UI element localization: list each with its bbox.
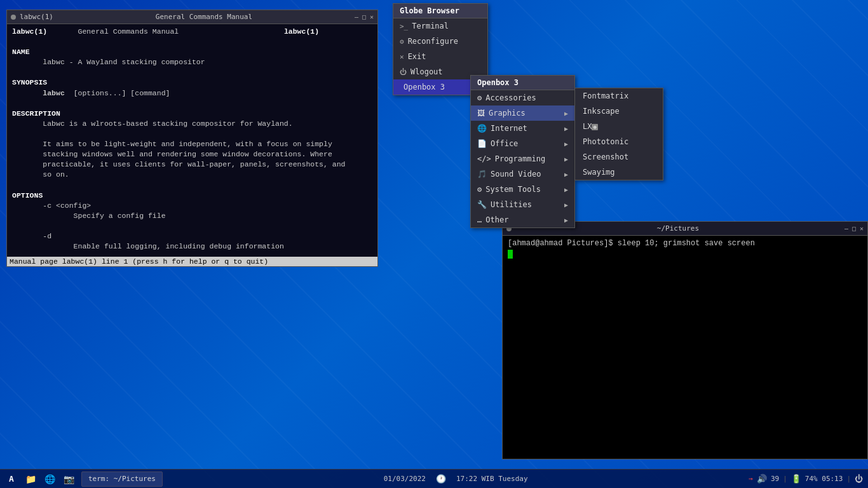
cat-internet[interactable]: 🌐 Internet ▶ bbox=[471, 121, 574, 136]
openbox3-categories-menu: Openbox 3 ⚙ Accessories 🖼 Graphics ▶ 🌐 I… bbox=[470, 75, 575, 228]
cat-utilities-left: 🔧 Utilities bbox=[477, 200, 532, 209]
other-icon: … bbox=[477, 215, 482, 224]
terminal-man-status: Manual page labwc(1) line 1 (press h for… bbox=[7, 257, 377, 266]
cat-sound-video-left: 🎵 Sound Video bbox=[477, 170, 541, 179]
graphics-phototonic-label: Phototonic bbox=[583, 137, 628, 146]
cat-other-label: Other bbox=[485, 215, 508, 224]
taskbar-battery-value: 74% 05:13 bbox=[805, 475, 843, 483]
taskbar-volume-value: 39 bbox=[771, 475, 779, 483]
man-synopsis-cmd: labwc bbox=[43, 89, 65, 97]
lxappearance-badge: ⊕ bbox=[592, 124, 597, 130]
files-icon: 📁 bbox=[25, 474, 36, 484]
man-name-content: labwc - A Wayland stacking compositor bbox=[43, 58, 205, 66]
man-synopsis-args: [options...] [command] bbox=[74, 89, 170, 97]
cat-sound-video[interactable]: 🎵 Sound Video ▶ bbox=[471, 166, 574, 182]
graphics-lxappearance[interactable]: LX⊕ bbox=[575, 119, 663, 134]
graphics-phototonic[interactable]: Phototonic bbox=[575, 134, 663, 149]
titlebar-title-left: labwc(1) bbox=[20, 13, 53, 21]
taskbar-power-icon[interactable]: ⏻ bbox=[855, 474, 863, 484]
titlebar-title-center: General Commands Manual bbox=[156, 13, 252, 21]
cat-other[interactable]: … Other ▶ bbox=[471, 212, 574, 227]
cat-sound-video-label: Sound Video bbox=[491, 170, 541, 179]
graphics-fontmatrix-label: Fontmatrix bbox=[583, 92, 628, 100]
other-submenu-arrow: ▶ bbox=[564, 217, 568, 224]
taskbar-date: 01/03/2022 bbox=[384, 475, 426, 483]
man-desc-1: Labwc is a wlroots-based stacking compos… bbox=[43, 119, 292, 128]
pics-titlebar-title: ~/Pictures bbox=[657, 224, 699, 233]
titlebar-dot bbox=[11, 15, 16, 20]
pics-minimize-btn[interactable]: – bbox=[844, 225, 848, 232]
man-section-synopsis: SYNOPSIS bbox=[12, 78, 47, 86]
taskbar-icon-files[interactable]: 📁 bbox=[22, 471, 39, 487]
terminal-man-titlebar: labwc(1) General Commands Manual – □ ✕ bbox=[7, 10, 377, 24]
graphics-submenu-arrow: ▶ bbox=[564, 110, 568, 117]
exit-menu-icon: ✕ bbox=[400, 53, 404, 61]
menu-item-terminal[interactable]: >_ Terminal bbox=[393, 18, 487, 34]
taskbar-sep-2: | bbox=[846, 475, 851, 483]
terminal-pics-content: [ahmad@ahmad Pictures]$ sleep 10; grimsh… bbox=[503, 236, 867, 459]
pics-close-btn[interactable]: ✕ bbox=[860, 225, 864, 232]
terminal-minimize-btn[interactable]: – bbox=[355, 13, 358, 20]
man-opt-d: -d Enable full logging, including debug … bbox=[12, 232, 284, 250]
graphics-screenshot[interactable]: Screenshot bbox=[575, 149, 663, 165]
graphics-screenshot-label: Screenshot bbox=[583, 152, 628, 161]
sound-video-submenu-arrow: ▶ bbox=[564, 171, 568, 178]
cat-accessories[interactable]: ⚙ Accessories bbox=[471, 90, 574, 105]
utilities-submenu-arrow: ▶ bbox=[564, 201, 568, 208]
graphics-inkscape[interactable]: Inkscape bbox=[575, 104, 663, 119]
cat-graphics-label: Graphics bbox=[489, 109, 526, 118]
man-title-right: labwc(1) bbox=[284, 27, 319, 36]
terminal-close-btn[interactable]: ✕ bbox=[370, 13, 374, 20]
menu-item-reconfigure[interactable]: ⚙ Reconfigure bbox=[393, 34, 487, 49]
pics-prompt: [ahmad@ahmad Pictures]$ sleep 10; grimsh… bbox=[508, 239, 755, 248]
cat-utilities[interactable]: 🔧 Utilities ▶ bbox=[471, 197, 574, 212]
man-opt-c: -c <config> Specify a config file bbox=[12, 201, 166, 220]
cat-office[interactable]: 📄 Office ▶ bbox=[471, 136, 574, 151]
cat-system-tools-left: ⚙ System Tools bbox=[477, 185, 541, 194]
office-icon: 📄 bbox=[477, 139, 487, 148]
terminal-maximize-btn[interactable]: □ bbox=[362, 13, 366, 20]
man-desc-2: It aims to be light-weight and independe… bbox=[12, 140, 346, 179]
sound-video-icon: 🎵 bbox=[477, 170, 487, 179]
man-title-center: General Commands Manual bbox=[78, 27, 179, 36]
taskbar-battery-icon: 🔋 bbox=[791, 474, 801, 484]
menu-item-wlogout-label: Wlogout bbox=[410, 67, 443, 76]
menu-item-terminal-label: Terminal bbox=[412, 22, 449, 30]
globe-browser-header: Globe Browser bbox=[393, 4, 487, 18]
internet-submenu-arrow: ▶ bbox=[564, 125, 568, 132]
cat-programming-label: Programming bbox=[495, 154, 545, 163]
taskbar-volume-icon[interactable]: 🔊 bbox=[757, 474, 767, 484]
cat-programming-left: </> Programming bbox=[477, 154, 545, 163]
terminal-man-window: labwc(1) General Commands Manual – □ ✕ l… bbox=[6, 10, 378, 267]
graphics-fontmatrix[interactable]: Fontmatrix bbox=[575, 88, 663, 104]
office-submenu-arrow: ▶ bbox=[564, 140, 568, 147]
man-title-left: labwc(1) bbox=[12, 27, 47, 36]
menu-item-exit[interactable]: ✕ Exit bbox=[393, 49, 487, 64]
terminal-man-content: labwc(1) General Commands Manual labwc(1… bbox=[7, 24, 377, 257]
cat-other-left: … Other bbox=[477, 215, 508, 224]
graphics-swayimg[interactable]: Swayimg bbox=[575, 165, 663, 180]
cat-system-tools[interactable]: ⚙ System Tools ▶ bbox=[471, 182, 574, 197]
cat-system-tools-label: System Tools bbox=[485, 185, 541, 194]
graphics-inkscape-label: Inkscape bbox=[583, 107, 620, 116]
pics-maximize-btn[interactable]: □ bbox=[852, 225, 856, 232]
taskbar-icon-apps[interactable]: A bbox=[3, 471, 20, 487]
taskbar-icon-browser[interactable]: 🌐 bbox=[41, 471, 58, 487]
terminal-cursor bbox=[508, 250, 513, 259]
taskbar-window-button[interactable]: term: ~/Pictures bbox=[81, 471, 163, 487]
taskbar-sep-1: | bbox=[783, 475, 787, 483]
system-tools-submenu-arrow: ▶ bbox=[564, 186, 568, 193]
browser-icon: 🌐 bbox=[44, 474, 55, 484]
taskbar-arrow-icon: → bbox=[749, 475, 753, 483]
taskbar-icon-screenshot[interactable]: 📷 bbox=[60, 471, 78, 487]
titlebar-controls[interactable]: – □ ✕ bbox=[355, 13, 374, 20]
terminal-menu-icon: >_ bbox=[400, 22, 408, 30]
terminal-pics-window: ~/Pictures – □ ✕ [ahmad@ahmad Pictures]$… bbox=[502, 221, 868, 459]
system-tools-icon: ⚙ bbox=[477, 185, 482, 194]
cat-programming[interactable]: </> Programming ▶ bbox=[471, 151, 574, 166]
programming-icon: </> bbox=[477, 154, 491, 163]
cat-graphics[interactable]: 🖼 Graphics ▶ bbox=[471, 105, 574, 121]
pics-titlebar-controls[interactable]: – □ ✕ bbox=[844, 225, 864, 232]
menu-item-reconfigure-label: Reconfigure bbox=[408, 37, 458, 46]
cat-office-left: 📄 Office bbox=[477, 139, 518, 148]
